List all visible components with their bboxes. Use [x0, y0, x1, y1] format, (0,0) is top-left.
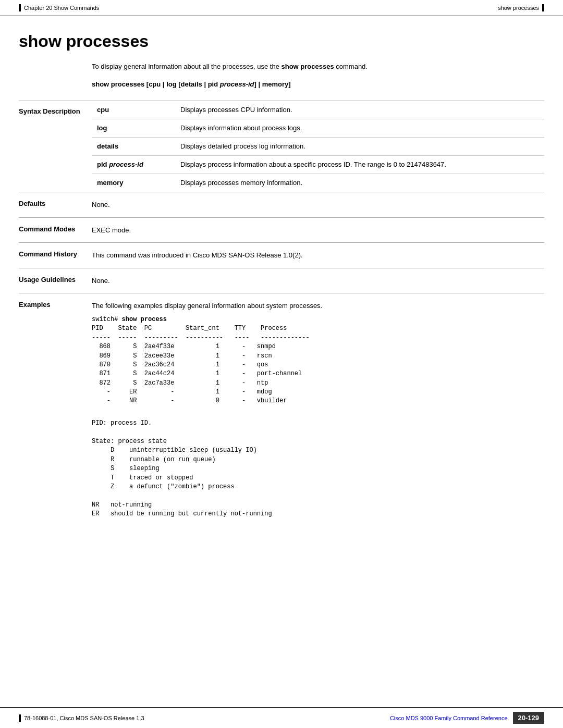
page-content: show processes To display general inform…: [0, 16, 563, 563]
table-row-2: 869 S 2acee33e 1 - rscn: [92, 352, 272, 360]
syntax-term-log: log: [92, 119, 175, 137]
examples-notes: PID: process ID. State: process state D …: [92, 410, 544, 528]
header-right-label: show processes: [498, 5, 539, 11]
usage-guidelines-section: Usage Guidelines None.: [19, 268, 544, 293]
syntax-desc-details: Displays detailed process log informatio…: [175, 137, 544, 155]
syntax-term-details: details: [92, 137, 175, 155]
command-syntax-line: show processes [cpu | log [details | pid…: [92, 80, 544, 88]
intro-text-before: To display general information about all…: [92, 63, 282, 70]
command-modes-content: EXEC mode.: [92, 225, 544, 236]
intro-text-after: command.: [334, 63, 368, 70]
intro-bold: show processes: [282, 63, 334, 70]
syntax-description-label: Syntax Description: [19, 101, 92, 192]
note-state-s: S sleeping: [92, 465, 160, 472]
table-row-5: 872 S 2ac7a33e 1 - ntp: [92, 379, 268, 387]
header-left: Chapter 20 Show Commands: [19, 4, 99, 11]
table-header: PID State PC Start_cnt TTY Process: [92, 325, 287, 332]
syntax-desc-log: Displays information about process logs.: [175, 119, 544, 137]
examples-label: Examples: [19, 301, 92, 532]
footer-left: 78-16088-01, Cisco MDS SAN-OS Release 1.…: [19, 714, 144, 722]
syntax-term-cpu: cpu: [92, 101, 175, 119]
usage-guidelines-label: Usage Guidelines: [19, 276, 92, 286]
command-modes-section: Command Modes EXEC mode.: [19, 217, 544, 243]
syntax-show-processes: show processes: [92, 80, 146, 88]
header-chapter: Chapter 20 Show Commands: [24, 5, 99, 11]
command-history-label: Command History: [19, 250, 92, 261]
examples-code-block: switch# show process PID State PC Start_…: [92, 315, 544, 406]
syntax-term-memory: memory: [92, 174, 175, 192]
examples-intro: The following examples display general i…: [92, 301, 544, 311]
note-er: ER should be running but currently not-r…: [92, 510, 272, 517]
intro-paragraph: To display general information about all…: [92, 61, 544, 72]
table-row-4: 871 S 2ac44c24 1 - port-channel: [92, 370, 302, 377]
command-text: show process: [122, 316, 167, 323]
note-state: State: process state: [92, 438, 167, 445]
syntax-row-memory: memory Displays processes memory informa…: [92, 174, 544, 192]
syntax-description-content: cpu Displays processes CPU information. …: [92, 101, 544, 192]
syntax-description-section: Syntax Description cpu Displays processe…: [19, 101, 544, 192]
table-row-1: 868 S 2ae4f33e 1 - snmpd: [92, 343, 276, 350]
footer-bar: [19, 714, 21, 722]
table-row-6: - ER - 1 - mdog: [92, 388, 272, 396]
note-state-d: D uninterruptible sleep (usually IO): [92, 447, 257, 454]
syntax-term-pid: pid process-id: [92, 156, 175, 174]
syntax-row-log: log Displays information about process l…: [92, 119, 544, 137]
page-header: Chapter 20 Show Commands show processes: [0, 0, 563, 16]
command-history-section: Command History This command was introdu…: [19, 242, 544, 268]
footer-link[interactable]: Cisco MDS 9000 Family Command Reference: [390, 715, 508, 721]
table-row-7: - NR - 0 - vbuilder: [92, 397, 287, 404]
examples-section: Examples The following examples display …: [19, 293, 544, 532]
page-title: show processes: [19, 32, 544, 51]
command-modes-label: Command Modes: [19, 225, 92, 236]
syntax-row-pid: pid process-id Displays process informat…: [92, 156, 544, 174]
examples-content: The following examples display general i…: [92, 301, 544, 532]
defaults-content: None.: [92, 200, 544, 210]
note-state-r: R runnable (on run queue): [92, 456, 216, 463]
syntax-row-details: details Displays detailed process log in…: [92, 137, 544, 155]
header-right: show processes: [498, 4, 544, 11]
table-row-3: 870 S 2ac36c24 1 - qos: [92, 361, 268, 368]
page-number: 20-129: [513, 712, 544, 724]
syntax-desc-cpu: Displays processes CPU information.: [175, 101, 544, 119]
note-nr: NR not-running: [92, 501, 152, 509]
header-bar-right: [542, 4, 544, 11]
command-history-content: This command was introduced in Cisco MDS…: [92, 250, 544, 261]
footer-left-text: 78-16088-01, Cisco MDS SAN-OS Release 1.…: [24, 715, 144, 721]
syntax-desc-pid: Displays process information about a spe…: [175, 156, 544, 174]
note-state-t: T traced or stopped: [92, 474, 193, 482]
table-sep: ----- ----- --------- ---------- ---- --…: [92, 334, 310, 341]
syntax-row-cpu: cpu Displays processes CPU information.: [92, 101, 544, 119]
syntax-desc-memory: Displays processes memory information.: [175, 174, 544, 192]
footer-right: Cisco MDS 9000 Family Command Reference …: [390, 712, 544, 724]
usage-guidelines-content: None.: [92, 276, 544, 286]
header-bar-left: [19, 4, 21, 11]
page-footer: 78-16088-01, Cisco MDS SAN-OS Release 1.…: [0, 707, 563, 728]
defaults-section: Defaults None.: [19, 192, 544, 217]
syntax-table: cpu Displays processes CPU information. …: [92, 101, 544, 192]
defaults-label: Defaults: [19, 200, 92, 210]
note-pid: PID: process ID.: [92, 419, 152, 427]
command-prompt: switch#: [92, 316, 122, 323]
syntax-brackets: [cpu | log [details | pid process-id] | …: [146, 80, 291, 88]
note-state-z: Z a defunct ("zombie") process: [92, 483, 235, 490]
